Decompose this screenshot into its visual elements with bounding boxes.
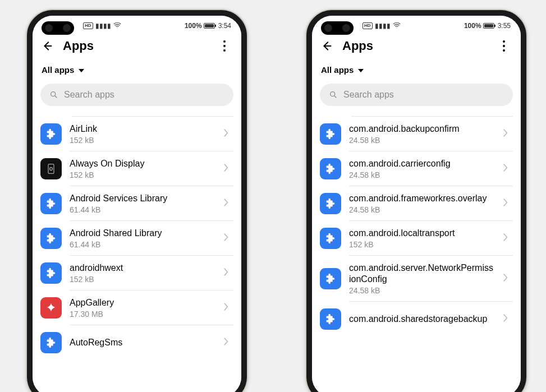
title-bar: Apps (33, 36, 241, 58)
app-row[interactable]: Android Services Library61.44 kB (40, 186, 233, 221)
title-bar: Apps (312, 36, 521, 58)
app-text: com.android.frameworkres.overlay24.58 kB (349, 193, 495, 214)
hd-badge-icon: HD (83, 22, 93, 29)
puzzle-icon (320, 123, 341, 145)
battery-percent: 100% (464, 22, 481, 30)
app-name: Android Shared Library (70, 228, 215, 239)
app-name: AutoRegSms (70, 337, 215, 348)
signal-icon: ▮▮▮▮ (375, 22, 391, 29)
puzzle-icon (40, 262, 62, 284)
app-text: AirLink152 kB (70, 123, 215, 145)
filter-dropdown[interactable]: All apps (312, 58, 521, 79)
app-row[interactable]: androidhwext152 kB (40, 256, 233, 290)
app-list[interactable]: AirLink152 kBAlways On Display152 kBAndr… (33, 109, 241, 392)
caret-down-icon (358, 69, 364, 72)
svg-rect-1 (48, 164, 54, 174)
chevron-right-icon (223, 128, 232, 140)
aod-app-icon (40, 158, 62, 179)
app-size: 61.44 kB (70, 205, 215, 214)
overflow-menu-button[interactable] (217, 38, 232, 54)
chevron-right-icon (503, 273, 512, 284)
signal-icon: ▮▮▮▮ (95, 22, 111, 29)
page-title: Apps (342, 39, 373, 53)
app-row[interactable]: com.android.server.NetworkPermissionConf… (320, 256, 513, 302)
app-row[interactable]: AirLink152 kB (40, 117, 233, 151)
search-placeholder: Search apps (64, 90, 114, 100)
chevron-right-icon (223, 163, 232, 174)
app-size: 152 kB (349, 240, 495, 249)
app-row[interactable]: AppGallery17.30 MB (40, 290, 233, 325)
svg-point-2 (50, 168, 53, 170)
app-text: com.android.sharedstoragebackup (349, 313, 495, 325)
back-button[interactable] (319, 38, 334, 54)
filter-label: All apps (42, 65, 74, 75)
app-name: com.android.carrierconfig (349, 158, 495, 169)
app-size: 24.58 kB (349, 286, 495, 295)
app-name: androidhwext (70, 262, 215, 274)
clock: 3:54 (218, 22, 231, 30)
app-text: Android Shared Library61.44 kB (70, 228, 215, 249)
app-row[interactable]: com.android.backupconfirm24.58 kB (320, 117, 513, 151)
appgallery-icon (40, 297, 62, 319)
app-text: com.android.carrierconfig24.58 kB (349, 158, 495, 179)
app-row[interactable]: com.android.localtransport152 kB (320, 221, 513, 256)
app-size: 24.58 kB (349, 170, 495, 179)
app-text: AppGallery17.30 MB (70, 297, 215, 319)
chevron-right-icon (223, 268, 232, 279)
app-text: Always On Display152 kB (70, 158, 215, 179)
chevron-right-icon (223, 337, 232, 348)
wifi-icon (113, 21, 121, 30)
battery-percent: 100% (185, 22, 202, 30)
app-name: Android Services Library (70, 193, 215, 204)
search-icon (49, 90, 58, 99)
overflow-menu-button[interactable] (496, 38, 512, 54)
app-name: AirLink (70, 123, 215, 135)
app-text: com.android.localtransport152 kB (349, 228, 495, 249)
app-text: AutoRegSms (70, 337, 215, 348)
puzzle-icon (320, 228, 341, 249)
screen: HD ▮▮▮▮ 100% 3:54 Apps (33, 16, 241, 392)
puzzle-icon (320, 193, 341, 214)
app-size: 24.58 kB (349, 136, 495, 145)
app-row[interactable]: com.android.carrierconfig24.58 kB (320, 151, 513, 186)
app-text: Android Services Library61.44 kB (70, 193, 215, 214)
app-size: 17.30 MB (70, 310, 215, 319)
app-name: AppGallery (70, 297, 215, 308)
search-icon (329, 90, 338, 99)
clock: 3:55 (498, 22, 511, 30)
chevron-right-icon (223, 233, 232, 244)
app-name: com.android.server.NetworkPermissionConf… (349, 262, 495, 285)
app-row[interactable]: Always On Display152 kB (40, 151, 233, 186)
camera-cutout (42, 21, 74, 35)
app-row[interactable]: AutoRegSms (40, 325, 233, 360)
app-size: 24.58 kB (349, 205, 495, 214)
search-input[interactable]: Search apps (320, 84, 513, 106)
svg-point-0 (51, 92, 56, 96)
svg-point-3 (331, 92, 335, 96)
app-name: com.android.sharedstoragebackup (349, 313, 495, 325)
filter-dropdown[interactable]: All apps (33, 58, 241, 79)
battery-icon (204, 23, 215, 29)
chevron-right-icon (503, 128, 512, 140)
filter-label: All apps (321, 65, 354, 75)
phone-frame-right: HD ▮▮▮▮ 100% 3:55 Apps (306, 10, 526, 392)
chevron-right-icon (503, 233, 512, 244)
puzzle-icon (40, 123, 62, 145)
app-list[interactable]: com.android.backupconfirm24.58 kBcom.and… (312, 109, 521, 392)
app-text: com.android.backupconfirm24.58 kB (349, 123, 495, 145)
app-row[interactable]: com.android.frameworkres.overlay24.58 kB (320, 186, 513, 221)
app-name: com.android.backupconfirm (349, 123, 495, 135)
search-input[interactable]: Search apps (40, 84, 233, 106)
chevron-right-icon (223, 198, 232, 209)
puzzle-icon (40, 228, 62, 249)
back-button[interactable] (39, 38, 55, 54)
caret-down-icon (79, 69, 84, 72)
app-row[interactable]: Android Shared Library61.44 kB (40, 221, 233, 256)
app-text: com.android.server.NetworkPermissionConf… (349, 262, 495, 295)
puzzle-icon (320, 308, 341, 330)
puzzle-icon (320, 268, 341, 289)
screen: HD ▮▮▮▮ 100% 3:55 Apps (312, 16, 521, 392)
app-name: com.android.frameworkres.overlay (349, 193, 495, 204)
app-row[interactable]: com.android.sharedstoragebackup (320, 302, 513, 336)
search-placeholder: Search apps (343, 90, 394, 100)
